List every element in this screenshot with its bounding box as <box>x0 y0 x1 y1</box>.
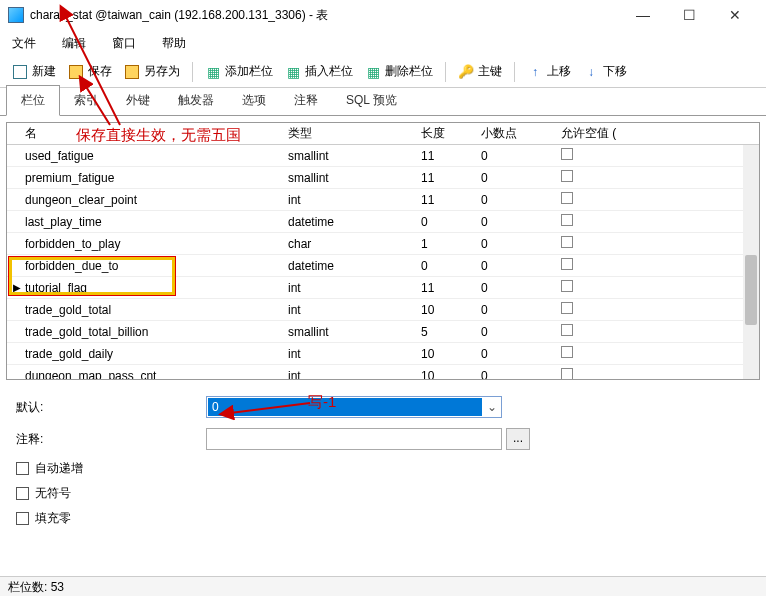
unsigned-checkbox[interactable]: 无符号 <box>16 485 750 502</box>
table-row[interactable]: used_fatiguesmallint110 <box>7 145 759 167</box>
checkbox-icon[interactable] <box>561 258 573 270</box>
menu-edit[interactable]: 编辑 <box>62 35 86 52</box>
cell-length[interactable]: 5 <box>415 323 475 341</box>
cell-decimal[interactable]: 0 <box>475 169 555 187</box>
table-row[interactable]: dungeon_map_pass_cntint100 <box>7 365 759 379</box>
cell-type[interactable]: datetime <box>282 257 415 275</box>
table-row[interactable]: forbidden_due_todatetime00 <box>7 255 759 277</box>
cell-type[interactable]: smallint <box>282 323 415 341</box>
cell-allow-null[interactable] <box>555 256 635 275</box>
tab-triggers[interactable]: 触发器 <box>164 86 228 115</box>
grid-body[interactable]: used_fatiguesmallint110premium_fatiguesm… <box>7 145 759 379</box>
primary-key-button[interactable]: 🔑主键 <box>452 61 508 82</box>
checkbox-icon[interactable] <box>561 214 573 226</box>
maximize-button[interactable]: ☐ <box>666 0 712 30</box>
cell-allow-null[interactable] <box>555 344 635 363</box>
cell-type[interactable]: char <box>282 235 415 253</box>
cell-allow-null[interactable] <box>555 212 635 231</box>
cell-decimal[interactable]: 0 <box>475 257 555 275</box>
save-as-button[interactable]: 另存为 <box>118 61 186 82</box>
cell-allow-null[interactable] <box>555 322 635 341</box>
header-decimal[interactable]: 小数点 <box>475 122 555 145</box>
cell-name[interactable]: dungeon_clear_point <box>19 191 282 209</box>
header-type[interactable]: 类型 <box>282 122 415 145</box>
cell-length[interactable]: 0 <box>415 257 475 275</box>
comment-input[interactable] <box>206 428 502 450</box>
move-down-button[interactable]: ↓下移 <box>577 61 633 82</box>
cell-decimal[interactable]: 0 <box>475 301 555 319</box>
dropdown-icon[interactable]: ⌄ <box>483 400 501 414</box>
table-row[interactable]: dungeon_clear_pointint110 <box>7 189 759 211</box>
cell-type[interactable]: datetime <box>282 213 415 231</box>
cell-name[interactable]: tutorial_flag <box>19 279 282 297</box>
cell-name[interactable]: dungeon_map_pass_cnt <box>19 367 282 380</box>
insert-field-button[interactable]: ▦插入栏位 <box>279 61 359 82</box>
menu-file[interactable]: 文件 <box>12 35 36 52</box>
cell-length[interactable]: 10 <box>415 345 475 363</box>
cell-decimal[interactable]: 0 <box>475 213 555 231</box>
cell-allow-null[interactable] <box>555 190 635 209</box>
cell-allow-null[interactable] <box>555 300 635 319</box>
menu-window[interactable]: 窗口 <box>112 35 136 52</box>
cell-name[interactable]: trade_gold_total <box>19 301 282 319</box>
cell-name[interactable]: forbidden_due_to <box>19 257 282 275</box>
tab-sql-preview[interactable]: SQL 预览 <box>332 86 411 115</box>
default-value[interactable]: 0 <box>208 398 482 416</box>
cell-allow-null[interactable] <box>555 234 635 253</box>
cell-type[interactable]: smallint <box>282 169 415 187</box>
checkbox-icon[interactable] <box>561 324 573 336</box>
tab-fk[interactable]: 外键 <box>112 86 164 115</box>
cell-decimal[interactable]: 0 <box>475 235 555 253</box>
table-row[interactable]: trade_gold_totalint100 <box>7 299 759 321</box>
delete-field-button[interactable]: ▦删除栏位 <box>359 61 439 82</box>
table-row[interactable]: trade_gold_total_billionsmallint50 <box>7 321 759 343</box>
move-up-button[interactable]: ↑上移 <box>521 61 577 82</box>
new-button[interactable]: 新建 <box>6 61 62 82</box>
cell-length[interactable]: 1 <box>415 235 475 253</box>
minimize-button[interactable]: — <box>620 0 666 30</box>
cell-type[interactable]: int <box>282 279 415 297</box>
cell-length[interactable]: 11 <box>415 191 475 209</box>
table-row[interactable]: last_play_timedatetime00 <box>7 211 759 233</box>
cell-type[interactable]: int <box>282 301 415 319</box>
cell-type[interactable]: smallint <box>282 147 415 165</box>
cell-name[interactable]: trade_gold_total_billion <box>19 323 282 341</box>
cell-name[interactable]: forbidden_to_play <box>19 235 282 253</box>
table-row[interactable]: premium_fatiguesmallint110 <box>7 167 759 189</box>
cell-length[interactable]: 11 <box>415 147 475 165</box>
cell-length[interactable]: 11 <box>415 279 475 297</box>
save-button[interactable]: 保存 <box>62 61 118 82</box>
menu-help[interactable]: 帮助 <box>162 35 186 52</box>
cell-type[interactable]: int <box>282 191 415 209</box>
default-combobox[interactable]: 0 ⌄ <box>206 396 502 418</box>
header-length[interactable]: 长度 <box>415 122 475 145</box>
cell-decimal[interactable]: 0 <box>475 147 555 165</box>
comment-expand-button[interactable]: ... <box>506 428 530 450</box>
table-row[interactable]: trade_gold_dailyint100 <box>7 343 759 365</box>
tab-indexes[interactable]: 索引 <box>60 86 112 115</box>
checkbox-icon[interactable] <box>561 170 573 182</box>
cell-length[interactable]: 0 <box>415 213 475 231</box>
cell-decimal[interactable]: 0 <box>475 279 555 297</box>
header-allow-null[interactable]: 允许空值 ( <box>555 122 635 145</box>
cell-name[interactable]: used_fatigue <box>19 147 282 165</box>
auto-increment-checkbox[interactable]: 自动递增 <box>16 460 750 477</box>
cell-decimal[interactable]: 0 <box>475 191 555 209</box>
cell-allow-null[interactable] <box>555 168 635 187</box>
tab-options[interactable]: 选项 <box>228 86 280 115</box>
cell-allow-null[interactable] <box>555 278 635 297</box>
cell-type[interactable]: int <box>282 367 415 380</box>
cell-name[interactable]: last_play_time <box>19 213 282 231</box>
checkbox-icon[interactable] <box>561 192 573 204</box>
table-row[interactable]: ▶tutorial_flagint110 <box>7 277 759 299</box>
checkbox-icon[interactable] <box>561 236 573 248</box>
tab-fields[interactable]: 栏位 <box>6 85 60 116</box>
cell-length[interactable]: 11 <box>415 169 475 187</box>
cell-decimal[interactable]: 0 <box>475 345 555 363</box>
checkbox-icon[interactable] <box>561 280 573 292</box>
cell-type[interactable]: int <box>282 345 415 363</box>
checkbox-icon[interactable] <box>561 346 573 358</box>
cell-name[interactable]: premium_fatigue <box>19 169 282 187</box>
add-field-button[interactable]: ▦添加栏位 <box>199 61 279 82</box>
scrollbar-thumb[interactable] <box>745 255 757 325</box>
